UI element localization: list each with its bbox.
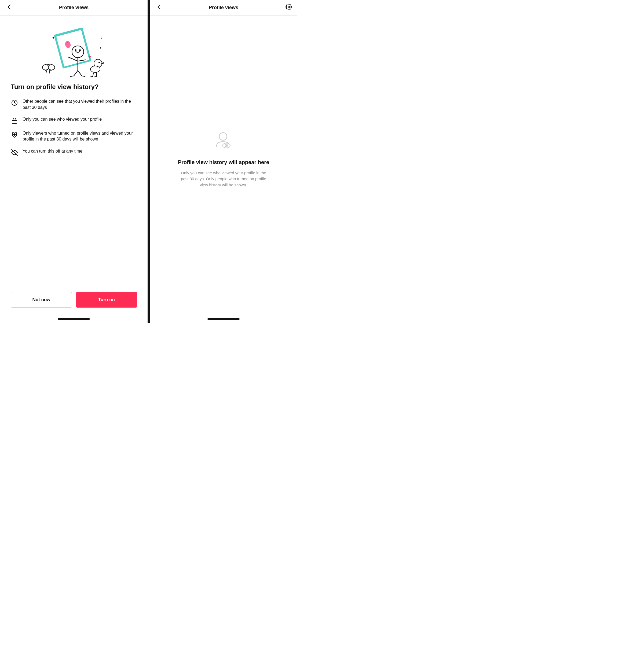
turn-on-button[interactable]: Turn on (76, 292, 137, 308)
lock-icon (11, 117, 18, 124)
svg-rect-31 (12, 120, 17, 123)
svg-line-22 (93, 72, 94, 77)
settings-button[interactable] (285, 4, 292, 12)
feature-list: Other people can see that you viewed the… (11, 98, 137, 156)
left-header-title: Profile views (59, 5, 89, 10)
profile-view-illustration (211, 130, 236, 152)
right-home-indicator (150, 318, 297, 323)
svg-text:✦: ✦ (99, 46, 102, 50)
bottom-buttons: Not now Turn on (0, 287, 148, 318)
svg-text:✦: ✦ (52, 36, 55, 40)
right-header-title: Profile views (209, 5, 238, 10)
svg-line-10 (71, 76, 74, 77)
screen-divider (148, 0, 150, 323)
feature-text-4: You can turn this off at any time (22, 148, 82, 154)
right-header: Profile views (150, 0, 297, 16)
gear-icon (285, 4, 292, 10)
right-back-button[interactable] (155, 3, 163, 12)
right-main-content: Profile view history will appear here On… (150, 16, 297, 318)
feature-text-1: Other people can see that you viewed the… (22, 98, 137, 110)
left-back-button[interactable] (5, 3, 13, 12)
feature-item-2: Only you can see who viewed your profile (11, 116, 137, 124)
svg-point-35 (288, 6, 289, 8)
clock-icon (11, 99, 18, 106)
svg-point-2 (72, 46, 84, 58)
right-home-bar (207, 318, 240, 320)
feature-item-3: Only viewers who turned on profile views… (11, 130, 137, 142)
feature-text-3: Only viewers who turned on profile views… (22, 130, 137, 142)
left-home-indicator (0, 318, 148, 323)
left-main-content: ✦ ✦ ✦ ♥ Turn on profile view history? Ot… (0, 16, 148, 287)
eye-off-icon (11, 149, 18, 156)
svg-line-11 (82, 76, 85, 77)
svg-point-4 (79, 49, 81, 51)
left-home-bar (58, 318, 90, 320)
svg-point-36 (219, 132, 227, 140)
svg-text:♥: ♥ (89, 55, 91, 59)
svg-line-24 (90, 77, 93, 77)
shield-plus-icon (11, 131, 18, 138)
svg-point-39 (226, 145, 227, 146)
illustration: ✦ ✦ ✦ ♥ (11, 16, 137, 83)
svg-point-14 (42, 65, 49, 70)
svg-point-20 (90, 66, 100, 73)
empty-state-description: Only you can see who viewed your profile… (181, 170, 266, 188)
svg-line-25 (94, 77, 97, 77)
svg-line-9 (78, 71, 82, 76)
right-screen: Profile views Profile view history will … (150, 0, 297, 323)
svg-point-19 (98, 62, 100, 63)
empty-state-title: Profile view history will appear here (178, 159, 269, 166)
svg-line-8 (74, 71, 78, 76)
left-header: Profile views (0, 0, 148, 16)
svg-point-15 (48, 65, 55, 70)
not-now-button[interactable]: Not now (11, 292, 72, 308)
feature-item-1: Other people can see that you viewed the… (11, 98, 137, 110)
turn-on-title: Turn on profile view history? (11, 83, 137, 91)
feature-text-2: Only you can see who viewed your profile (22, 116, 102, 122)
svg-point-3 (75, 49, 77, 51)
svg-text:✦: ✦ (101, 37, 103, 40)
left-screen: Profile views (0, 0, 148, 323)
feature-item-4: You can turn this off at any time (11, 148, 137, 156)
